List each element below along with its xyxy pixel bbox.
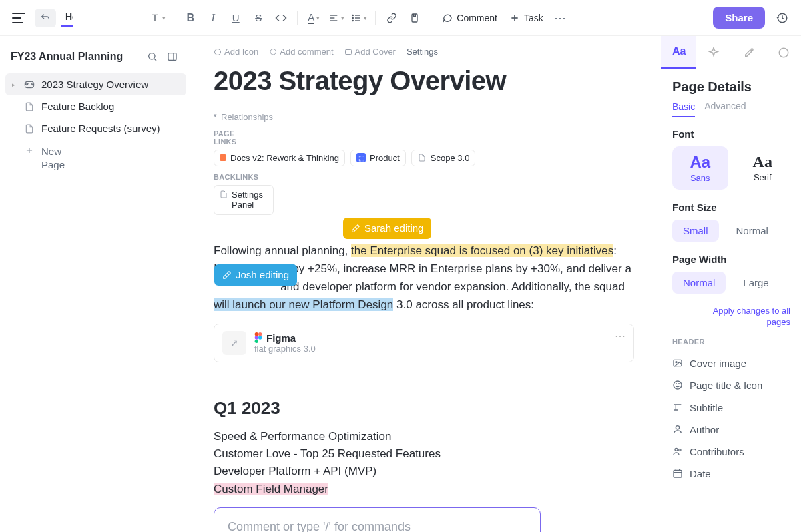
page-link-chip[interactable]: ⬚ Product: [350, 150, 406, 166]
more-button[interactable]: ⋯: [550, 7, 571, 29]
page-width-normal[interactable]: Normal: [672, 272, 726, 294]
text-style-dropdown[interactable]: [147, 7, 168, 29]
document-icon: [24, 101, 35, 112]
undo-icon: [40, 13, 51, 23]
font-option-sans[interactable]: Aa Sans: [672, 146, 728, 190]
page-width-section-label: Page Width: [672, 254, 790, 265]
new-page-label: New Page: [41, 145, 68, 171]
subtab-advanced[interactable]: Advanced: [704, 101, 731, 117]
comment-button[interactable]: Comment: [437, 10, 503, 26]
sidebar-item-feature-requests[interactable]: Feature Requests (survey): [5, 117, 186, 140]
share-button[interactable]: Share: [713, 7, 765, 29]
bold-icon: B: [186, 12, 194, 24]
embed-more-button[interactable]: ⋯: [615, 330, 627, 342]
font-section-label: Font: [672, 128, 790, 140]
page-title[interactable]: 2023 Strategy Overview: [214, 66, 639, 96]
backlink-chip[interactable]: Settings Panel: [214, 185, 274, 215]
backlinks-label: BACKLINKS: [214, 173, 639, 181]
link-button[interactable]: [381, 7, 403, 29]
panel-tab-typography[interactable]: Aa: [661, 36, 696, 69]
relationships-toggle[interactable]: ▾ Relationships: [214, 112, 267, 123]
sidebar-collapse-button[interactable]: [164, 48, 181, 65]
add-comment-button[interactable]: Add comment: [269, 47, 333, 57]
code-icon: [275, 12, 287, 24]
header-item-date[interactable]: Date: [672, 463, 790, 485]
font-size-normal[interactable]: Normal: [726, 220, 779, 242]
header-item-cover-image[interactable]: Cover image: [672, 352, 790, 374]
sidebar-item-strategy-overview[interactable]: ▸ 2023 Strategy Overview: [5, 73, 186, 95]
chevron-right-icon: ▸: [12, 81, 17, 88]
chat-icon: [269, 48, 277, 56]
header-item-author[interactable]: Author: [672, 419, 790, 441]
italic-button[interactable]: I: [202, 7, 224, 29]
typography-icon: Aa: [672, 45, 686, 57]
smile-icon: [214, 48, 222, 56]
page-settings-button[interactable]: Settings: [407, 47, 438, 57]
page-link-chip[interactable]: Scope 3.0: [411, 150, 476, 166]
gamepad-icon: [24, 79, 35, 90]
link-icon: [386, 13, 397, 23]
chat-icon: [778, 47, 790, 59]
attachment-button[interactable]: [404, 7, 425, 29]
code-button[interactable]: [270, 7, 292, 29]
page-link-chip[interactable]: Docs v2: Rework & Thinking: [214, 150, 345, 166]
list-icon: [351, 13, 362, 23]
page-links-label: PAGE LINKS: [214, 129, 240, 146]
svg-point-8: [352, 20, 353, 21]
top-toolbar: Home B I U S A Comment: [0, 0, 801, 36]
svg-rect-35: [674, 471, 682, 478]
align-dropdown[interactable]: [326, 7, 347, 29]
q1-list[interactable]: Speed & Performance Optimization Custome…: [214, 428, 639, 498]
strikethrough-button[interactable]: S: [248, 7, 269, 29]
task-button[interactable]: Task: [504, 10, 549, 26]
comment-icon: [442, 13, 453, 23]
sidebar-item-feature-backlog[interactable]: Feature Backlog: [5, 95, 186, 117]
panel-tab-ai[interactable]: [696, 36, 731, 69]
pencil-icon: [351, 224, 360, 233]
comment-input[interactable]: Comment or type '/' for commands: [214, 507, 541, 532]
undo-button[interactable]: [35, 9, 56, 27]
panel-title: Page Details: [672, 79, 790, 95]
svg-point-28: [676, 362, 677, 363]
add-cover-button[interactable]: Add Cover: [344, 47, 396, 57]
sidebar: FY23 Annual Planning ▸ 2023 Strategy Ove…: [0, 36, 192, 532]
list-dropdown[interactable]: [348, 7, 370, 29]
font-option-serif[interactable]: Aa Serif: [735, 146, 791, 190]
header-item-subtitle[interactable]: Subtitle: [672, 396, 790, 419]
list-item: Developer Platform + API (MVP): [214, 463, 639, 480]
header-item-title-icon[interactable]: Page title & Icon: [672, 374, 790, 396]
menu-toggle-button[interactable]: [8, 7, 29, 29]
image-icon: [672, 358, 683, 368]
sidebar-search-button[interactable]: [144, 48, 161, 65]
panel-tab-chat[interactable]: [766, 36, 801, 69]
new-page-button[interactable]: New Page: [5, 140, 186, 176]
apply-all-pages-link[interactable]: Apply changes to all pages: [707, 306, 790, 328]
panel-tab-tools[interactable]: [732, 36, 766, 69]
more-icon: ⋯: [554, 11, 567, 25]
document-icon: [417, 153, 427, 162]
product-icon: ⬚: [356, 153, 366, 162]
add-icon-button[interactable]: Add Icon: [214, 47, 258, 57]
image-icon: [344, 48, 352, 56]
underline-button[interactable]: U: [225, 7, 246, 29]
header-section-label: HEADER: [672, 338, 790, 346]
body-paragraph[interactable]: Sarah editing Josh editing Following ann…: [214, 242, 639, 314]
user-icon: [672, 424, 683, 435]
figma-icon: [254, 332, 262, 343]
page-width-large[interactable]: Large: [732, 272, 779, 294]
header-item-contributors[interactable]: Contributors: [672, 441, 790, 463]
right-panel: Aa Page Details Basic Advanced Font Aa: [661, 36, 801, 532]
svg-point-33: [675, 449, 678, 451]
square-icon: [220, 154, 226, 161]
home-tab[interactable]: Home: [61, 9, 73, 27]
bold-button[interactable]: B: [180, 7, 201, 29]
document-content: Add Icon Add comment Add Cover Settings …: [192, 36, 661, 532]
font-size-small[interactable]: Small: [672, 220, 719, 242]
figma-embed-card[interactable]: ⤢ Figma flat graphics 3.0 ⋯: [214, 324, 634, 362]
subtab-basic[interactable]: Basic: [672, 101, 695, 117]
text-color-dropdown[interactable]: A: [303, 7, 324, 29]
heading-q1[interactable]: Q1 2023: [214, 398, 639, 419]
history-button[interactable]: [772, 7, 793, 29]
sparkle-icon: [708, 47, 720, 59]
document-icon: [24, 123, 35, 134]
